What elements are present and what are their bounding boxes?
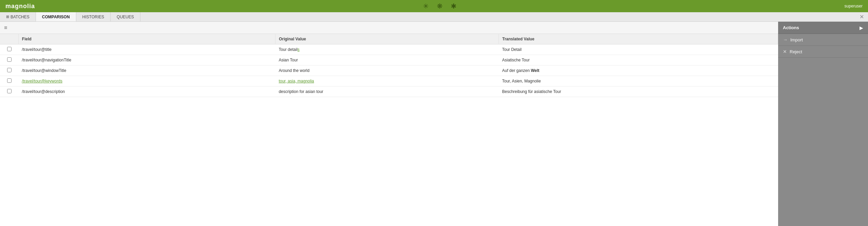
row-checkbox-cell <box>0 76 18 87</box>
reject-label: Reject <box>790 49 802 54</box>
row-checkbox-cell <box>0 65 18 76</box>
topbar-user: superuser <box>845 4 863 8</box>
original-cell-3: Around the world <box>275 65 499 76</box>
asterisk-icon-2[interactable]: ❋ <box>437 2 443 10</box>
original-cell-1: Tour details <box>275 44 499 55</box>
original-cell-4: tour, asia, magnolia <box>275 76 499 87</box>
menu-icon[interactable]: ≡ <box>4 25 7 31</box>
import-action[interactable]: → Import <box>778 34 868 46</box>
tab-comparison-label: COMPARISON <box>42 15 70 19</box>
asterisk-icon-1[interactable]: ✳ <box>423 2 429 10</box>
table-row: /travel/tour@keywords tour, asia, magnol… <box>0 76 778 87</box>
table-container: Field Original Value Translated Value /t… <box>0 34 778 226</box>
actions-expand-icon[interactable]: ▶ <box>860 25 863 31</box>
original-cell-5: description for asian tour <box>275 87 499 97</box>
highlight-s: s <box>297 47 300 52</box>
table-row: /travel/tour@navigationTitle Asian Tour … <box>0 55 778 65</box>
field-cell-3: /travel/tour@windowTitle <box>18 65 275 76</box>
reject-action[interactable]: ✕ Reject <box>778 46 868 58</box>
comparison-table: Field Original Value Translated Value /t… <box>0 34 778 97</box>
tab-histories[interactable]: HISTORIES <box>76 12 111 21</box>
translated-cell-3: Auf der ganzen Welt <box>499 65 778 76</box>
topbar-icons: ✳ ❋ ✱ <box>423 2 457 10</box>
column-header-field: Field <box>18 34 275 44</box>
tab-comparison[interactable]: COMPARISON <box>36 12 76 21</box>
field-cell-2: /travel/tour@navigationTitle <box>18 55 275 65</box>
topbar: magnolia ✳ ❋ ✱ superuser <box>0 0 868 12</box>
highlight-welt: Welt <box>531 68 539 73</box>
row-checkbox-cell <box>0 55 18 65</box>
row-checkbox-1[interactable] <box>7 47 12 51</box>
tabbar: ⊞ BATCHES COMPARISON HISTORIES QUEUES ✕ <box>0 12 868 22</box>
original-link-keywords: tour, asia, magnolia <box>279 79 314 83</box>
row-checkbox-cell <box>0 87 18 97</box>
column-header-check <box>0 34 18 44</box>
row-checkbox-3[interactable] <box>7 68 12 72</box>
row-checkbox-cell <box>0 44 18 55</box>
actions-panel: Actions ▶ → Import ✕ Reject <box>778 22 868 226</box>
table-body: /travel/tour@title Tour details Tour Det… <box>0 44 778 97</box>
table-row: /travel/tour@windowTitle Around the worl… <box>0 65 778 76</box>
tab-histories-label: HISTORIES <box>82 15 104 19</box>
table-row: /travel/tour@description description for… <box>0 87 778 97</box>
asterisk-icon-3[interactable]: ✱ <box>451 2 457 10</box>
field-cell-1: /travel/tour@title <box>18 44 275 55</box>
tab-queues-label: QUEUES <box>117 15 134 19</box>
original-cell-2: Asian Tour <box>275 55 499 65</box>
column-header-translated: Translated Value <box>499 34 778 44</box>
actions-header: Actions ▶ <box>778 22 868 34</box>
tab-batches-label: BATCHES <box>11 15 30 19</box>
translated-cell-1: Tour Detail <box>499 44 778 55</box>
field-cell-4: /travel/tour@keywords <box>18 76 275 87</box>
main-area: ≡ Field Original Value Translated Value … <box>0 22 868 226</box>
field-cell-5: /travel/tour@description <box>18 87 275 97</box>
import-label: Import <box>790 37 803 42</box>
toolbar: ≡ <box>0 22 778 34</box>
field-link-keywords: /travel/tour@keywords <box>22 79 62 83</box>
close-tab-button[interactable]: ✕ <box>855 12 868 21</box>
import-icon: → <box>783 37 788 42</box>
reject-icon: ✕ <box>783 49 787 54</box>
batches-icon: ⊞ <box>6 15 9 19</box>
translated-cell-4: Tour, Asien, Magnolie <box>499 76 778 87</box>
table-header-row: Field Original Value Translated Value <box>0 34 778 44</box>
translated-cell-5: Beschreibung für asiatische Tour <box>499 87 778 97</box>
actions-title: Actions <box>783 25 799 30</box>
tab-queues[interactable]: QUEUES <box>111 12 140 21</box>
translated-cell-2: Asiatische Tour <box>499 55 778 65</box>
table-row: /travel/tour@title Tour details Tour Det… <box>0 44 778 55</box>
row-checkbox-2[interactable] <box>7 57 12 62</box>
row-checkbox-4[interactable] <box>7 78 12 83</box>
row-checkbox-5[interactable] <box>7 89 12 93</box>
logo: magnolia <box>5 3 35 10</box>
column-header-original: Original Value <box>275 34 499 44</box>
content-area: ≡ Field Original Value Translated Value … <box>0 22 778 226</box>
tab-batches[interactable]: ⊞ BATCHES <box>0 12 36 21</box>
